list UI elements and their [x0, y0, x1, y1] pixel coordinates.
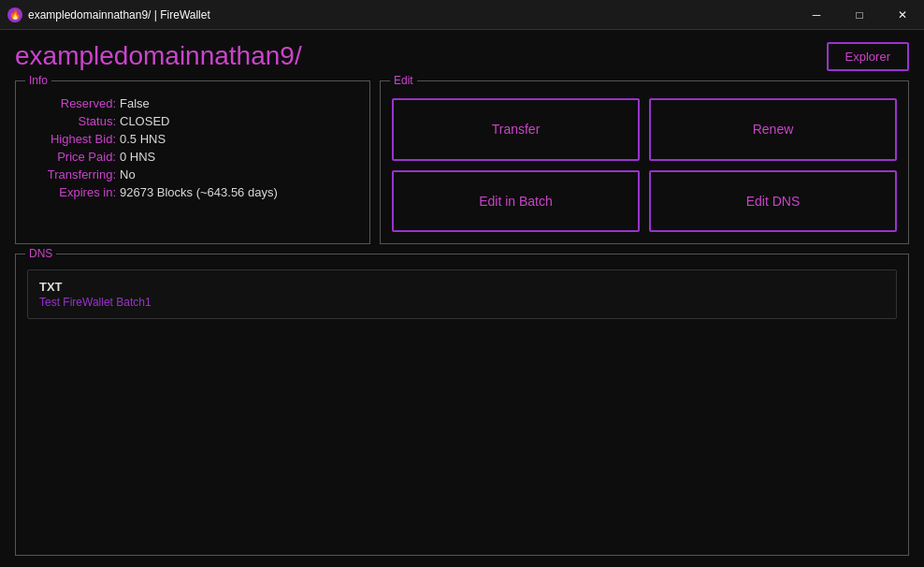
minimize-button[interactable]: ─	[795, 0, 838, 30]
edit-in-batch-button[interactable]: Edit in Batch	[392, 170, 640, 233]
titlebar: 🔥 exampledomainnathan9/ | FireWallet ─ □…	[0, 0, 924, 30]
info-value-highest-bid: 0.5 HNS	[120, 132, 166, 146]
info-value-reserved: False	[120, 96, 150, 110]
edit-panel: Edit Transfer Renew Edit in Batch Edit D…	[380, 80, 909, 244]
info-value-expires-in: 92673 Blocks (~643.56 days)	[120, 185, 278, 199]
dns-section: DNS TXT Test FireWallet Batch1	[15, 254, 909, 556]
dns-record-type: TXT	[39, 280, 885, 294]
panels-row: Info Reserved: False Status: CLOSED High…	[15, 80, 909, 244]
close-button[interactable]: ✕	[881, 0, 924, 30]
info-row-price-paid: Price Paid: 0 HNS	[27, 150, 358, 164]
titlebar-title: exampledomainnathan9/ | FireWallet	[28, 8, 210, 22]
edit-buttons: Transfer Renew Edit in Batch Edit DNS	[392, 98, 897, 232]
info-row-transferring: Transferring: No	[27, 167, 358, 182]
info-label-highest-bid: Highest Bid:	[27, 132, 116, 146]
renew-button[interactable]: Renew	[649, 98, 897, 161]
titlebar-controls: ─ □ ✕	[795, 0, 924, 30]
info-table: Reserved: False Status: CLOSED Highest B…	[27, 96, 358, 199]
info-label-expires-in: Expires in:	[27, 185, 116, 199]
titlebar-left: 🔥 exampledomainnathan9/ | FireWallet	[7, 7, 210, 22]
info-label-status: Status:	[27, 114, 116, 128]
dns-record-box: TXT Test FireWallet Batch1	[27, 269, 897, 319]
maximize-button[interactable]: □	[838, 0, 881, 30]
info-label-transferring: Transferring:	[27, 167, 116, 182]
info-value-status: CLOSED	[120, 114, 169, 128]
info-row-expires-in: Expires in: 92673 Blocks (~643.56 days)	[27, 185, 358, 199]
transfer-button[interactable]: Transfer	[392, 98, 640, 161]
info-value-transferring: No	[120, 167, 136, 182]
info-row-highest-bid: Highest Bid: 0.5 HNS	[27, 132, 358, 146]
info-legend: Info	[25, 74, 51, 87]
info-label-price-paid: Price Paid:	[27, 150, 116, 164]
info-row-reserved: Reserved: False	[27, 96, 358, 110]
app-content: exampledomainnathan9/ Explorer Info Rese…	[0, 30, 924, 567]
info-value-price-paid: 0 HNS	[120, 150, 155, 164]
edit-dns-button[interactable]: Edit DNS	[649, 170, 897, 233]
info-panel: Info Reserved: False Status: CLOSED High…	[15, 80, 370, 244]
info-label-reserved: Reserved:	[27, 96, 116, 110]
dns-record-value: Test FireWallet Batch1	[39, 296, 885, 309]
dns-legend: DNS	[25, 247, 56, 260]
domain-title: exampledomainnathan9/	[15, 41, 302, 71]
app-icon: 🔥	[7, 7, 22, 22]
explorer-button[interactable]: Explorer	[827, 42, 909, 71]
info-row-status: Status: CLOSED	[27, 114, 358, 128]
edit-legend: Edit	[390, 74, 417, 87]
header-row: exampledomainnathan9/ Explorer	[15, 41, 909, 71]
